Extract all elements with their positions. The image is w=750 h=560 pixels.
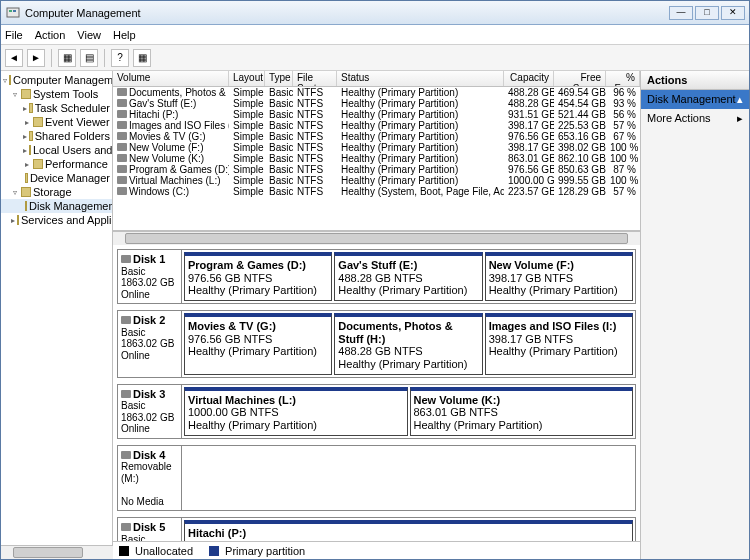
svg-rect-1 (9, 10, 12, 12)
toolbar-btn-2[interactable]: ▤ (80, 49, 98, 67)
chevron-right-icon: ▸ (737, 112, 743, 125)
volume-row[interactable]: New Volume (F:)SimpleBasicNTFSHealthy (P… (113, 142, 640, 153)
tree-services[interactable]: ▸Services and Applications (1, 213, 112, 227)
volume-row[interactable]: Gav's Stuff (E:)SimpleBasicNTFSHealthy (… (113, 98, 640, 109)
legend-unallocated-swatch (119, 546, 129, 556)
disk-row: Disk 3Basic1863.02 GBOnlineVirtual Machi… (117, 384, 636, 439)
disk-partitions (182, 446, 635, 511)
disk-info[interactable]: Disk 1Basic1863.02 GBOnline (118, 250, 182, 303)
legend-primary: Primary partition (225, 545, 305, 557)
volume-row[interactable]: Hitachi (P:)SimpleBasicNTFSHealthy (Prim… (113, 109, 640, 120)
disk-icon (121, 451, 131, 459)
partition[interactable]: New Volume (K:)863.01 GB NTFSHealthy (Pr… (410, 387, 634, 436)
volume-icon (117, 110, 127, 118)
forward-button[interactable]: ► (27, 49, 45, 67)
volume-icon (117, 132, 127, 140)
disk-partitions: Movies & TV (G:)976.56 GB NTFSHealthy (P… (182, 311, 635, 377)
separator (51, 49, 52, 67)
col-status[interactable]: Status (337, 71, 504, 86)
horizontal-scrollbar[interactable] (113, 231, 640, 245)
titlebar: Computer Management — □ ✕ (1, 1, 749, 25)
help-button[interactable]: ? (111, 49, 129, 67)
close-button[interactable]: ✕ (721, 6, 745, 20)
volume-row[interactable]: Movies & TV (G:)SimpleBasicNTFSHealthy (… (113, 131, 640, 142)
col-pctfree[interactable]: % Free (606, 71, 640, 86)
dropdown-icon: ▴ (737, 93, 743, 106)
disk-info[interactable]: Disk 3Basic1863.02 GBOnline (118, 385, 182, 438)
actions-selected[interactable]: Disk Management▴ (641, 90, 749, 109)
menu-help[interactable]: Help (113, 29, 136, 41)
toolbar-btn-3[interactable]: ▦ (133, 49, 151, 67)
col-type[interactable]: Type (265, 71, 293, 86)
disk-icon (121, 255, 131, 263)
col-freespace[interactable]: Free Space (554, 71, 606, 86)
back-button[interactable]: ◄ (5, 49, 23, 67)
volume-icon (117, 88, 127, 96)
menu-file[interactable]: File (5, 29, 23, 41)
actions-pane: Actions Disk Management▴ More Actions▸ (641, 71, 749, 559)
app-icon (5, 5, 21, 21)
disk-info[interactable]: Disk 4Removable (M:)No Media (118, 446, 182, 511)
separator (104, 49, 105, 67)
col-layout[interactable]: Layout (229, 71, 265, 86)
disk-info[interactable]: Disk 2Basic1863.02 GBOnline (118, 311, 182, 377)
toolbar: ◄ ► ▦ ▤ ? ▦ (1, 45, 749, 71)
svg-rect-2 (13, 10, 16, 12)
disk-icon (121, 523, 131, 531)
actions-more[interactable]: More Actions▸ (641, 109, 749, 128)
volume-icon (117, 121, 127, 129)
tree-disk-management[interactable]: Disk Management (1, 199, 112, 213)
volume-row[interactable]: Documents, Photos & Stuff (H:)SimpleBasi… (113, 87, 640, 98)
empty-partition (184, 448, 633, 509)
tree-system-tools[interactable]: ▿System Tools (1, 87, 112, 101)
tree-event-viewer[interactable]: ▸Event Viewer (1, 115, 112, 129)
disk-row: Disk 2Basic1863.02 GBOnlineMovies & TV (… (117, 310, 636, 378)
col-volume[interactable]: Volume (113, 71, 229, 86)
volume-icon (117, 187, 127, 195)
tree-scrollbar[interactable] (1, 545, 113, 559)
maximize-button[interactable]: □ (695, 6, 719, 20)
tree-storage[interactable]: ▿Storage (1, 185, 112, 199)
partition[interactable]: Program & Games (D:)976.56 GB NTFSHealth… (184, 252, 332, 301)
tree-root[interactable]: ▿Computer Management (Local (1, 73, 112, 87)
partition[interactable]: Virtual Machines (L:)1000.00 GB NTFSHeal… (184, 387, 408, 436)
legend-primary-swatch (209, 546, 219, 556)
minimize-button[interactable]: — (669, 6, 693, 20)
menu-action[interactable]: Action (35, 29, 66, 41)
disk-icon (121, 390, 131, 398)
window-title: Computer Management (25, 7, 669, 19)
partition[interactable]: Movies & TV (G:)976.56 GB NTFSHealthy (P… (184, 313, 332, 375)
disk-info[interactable]: Disk 5Basic931.51 GBOnline (118, 518, 182, 541)
legend-unallocated: Unallocated (135, 545, 193, 557)
menu-view[interactable]: View (77, 29, 101, 41)
disk-partitions: Virtual Machines (L:)1000.00 GB NTFSHeal… (182, 385, 635, 438)
svg-rect-0 (7, 8, 19, 17)
partition[interactable]: Documents, Photos & Stuff (H:)488.28 GB … (334, 313, 482, 375)
disk-row: Disk 1Basic1863.02 GBOnlineProgram & Gam… (117, 249, 636, 304)
disk-row: Disk 4Removable (M:)No Media (117, 445, 636, 512)
volume-row[interactable]: Windows (C:)SimpleBasicNTFSHealthy (Syst… (113, 186, 640, 197)
volume-row[interactable]: New Volume (K:)SimpleBasicNTFSHealthy (P… (113, 153, 640, 164)
disk-partitions: Program & Games (D:)976.56 GB NTFSHealth… (182, 250, 635, 303)
volume-row[interactable]: Virtual Machines (L:)SimpleBasicNTFSHeal… (113, 175, 640, 186)
tree-performance[interactable]: ▸Performance (1, 157, 112, 171)
volume-table-body: Documents, Photos & Stuff (H:)SimpleBasi… (113, 87, 640, 230)
tree-shared-folders[interactable]: ▸Shared Folders (1, 129, 112, 143)
partition[interactable]: New Volume (F:)398.17 GB NTFSHealthy (Pr… (485, 252, 633, 301)
menubar: File Action View Help (1, 25, 749, 45)
partition[interactable]: Gav's Stuff (E:)488.28 GB NTFSHealthy (P… (334, 252, 482, 301)
volume-row[interactable]: Images and ISO Files (I:)SimpleBasicNTFS… (113, 120, 640, 131)
partition[interactable]: Images and ISO Files (I:)398.17 GB NTFSH… (485, 313, 633, 375)
toolbar-btn-1[interactable]: ▦ (58, 49, 76, 67)
partition[interactable]: Hitachi (P:)931.51 GB NTFSHealthy (Prima… (184, 520, 633, 541)
col-capacity[interactable]: Capacity (504, 71, 554, 86)
tree-device-manager[interactable]: Device Manager (1, 171, 112, 185)
col-filesystem[interactable]: File System (293, 71, 337, 86)
tree-local-users[interactable]: ▸Local Users and Groups (1, 143, 112, 157)
volume-row[interactable]: Program & Games (D:)SimpleBasicNTFSHealt… (113, 164, 640, 175)
tree-task-scheduler[interactable]: ▸Task Scheduler (1, 101, 112, 115)
legend: Unallocated Primary partition (113, 541, 640, 559)
disk-partitions: Hitachi (P:)931.51 GB NTFSHealthy (Prima… (182, 518, 635, 541)
volume-icon (117, 165, 127, 173)
volume-icon (117, 176, 127, 184)
